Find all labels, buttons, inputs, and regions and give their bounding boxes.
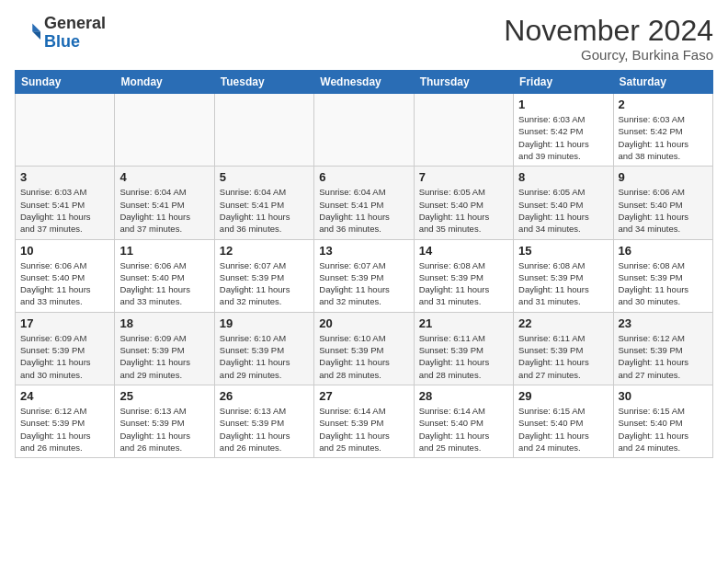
day-number: 4 <box>119 170 209 184</box>
day-number: 3 <box>20 170 109 184</box>
calendar-cell: 16Sunrise: 6:08 AMSunset: 5:39 PMDayligh… <box>613 239 712 312</box>
day-info: Sunrise: 6:13 AMSunset: 5:39 PMDaylight:… <box>220 405 309 454</box>
day-info: Sunrise: 6:08 AMSunset: 5:39 PMDaylight:… <box>518 259 608 308</box>
day-info: Sunrise: 6:03 AMSunset: 5:42 PMDaylight:… <box>619 113 708 162</box>
calendar-cell: 29Sunrise: 6:15 AMSunset: 5:40 PMDayligh… <box>514 385 613 457</box>
day-info: Sunrise: 6:09 AMSunset: 5:39 PMDaylight:… <box>119 332 209 381</box>
day-number: 7 <box>419 170 508 184</box>
day-info: Sunrise: 6:05 AMSunset: 5:40 PMDaylight:… <box>518 186 608 235</box>
day-info: Sunrise: 6:04 AMSunset: 5:41 PMDaylight:… <box>319 186 408 235</box>
calendar-cell: 2Sunrise: 6:03 AMSunset: 5:42 PMDaylight… <box>613 94 712 167</box>
day-number: 10 <box>20 244 109 258</box>
day-number: 20 <box>319 316 408 330</box>
calendar-cell: 13Sunrise: 6:07 AMSunset: 5:39 PMDayligh… <box>314 239 414 312</box>
calendar-week-row: 3Sunrise: 6:03 AMSunset: 5:41 PMDaylight… <box>16 167 713 239</box>
calendar-cell: 26Sunrise: 6:13 AMSunset: 5:39 PMDayligh… <box>214 385 313 457</box>
day-number: 28 <box>419 389 508 403</box>
logo-blue: Blue <box>44 33 106 52</box>
logo: General Blue <box>15 15 106 52</box>
calendar-cell: 20Sunrise: 6:10 AMSunset: 5:39 PMDayligh… <box>314 312 414 385</box>
calendar-cell: 17Sunrise: 6:09 AMSunset: 5:39 PMDayligh… <box>16 312 115 385</box>
day-info: Sunrise: 6:11 AMSunset: 5:39 PMDaylight:… <box>518 332 608 381</box>
day-info: Sunrise: 6:03 AMSunset: 5:42 PMDaylight:… <box>518 113 608 162</box>
calendar-week-row: 17Sunrise: 6:09 AMSunset: 5:39 PMDayligh… <box>16 312 713 385</box>
month-title: November 2024 <box>504 15 713 47</box>
calendar-cell <box>214 94 313 167</box>
day-number: 24 <box>20 389 109 403</box>
day-number: 18 <box>119 316 209 330</box>
day-info: Sunrise: 6:10 AMSunset: 5:39 PMDaylight:… <box>319 332 408 381</box>
day-number: 1 <box>518 98 608 111</box>
day-number: 30 <box>619 389 708 403</box>
day-number: 9 <box>619 170 708 184</box>
calendar-cell: 19Sunrise: 6:10 AMSunset: 5:39 PMDayligh… <box>214 312 313 385</box>
day-info: Sunrise: 6:08 AMSunset: 5:39 PMDaylight:… <box>619 259 708 308</box>
logo-general: General <box>44 15 106 33</box>
calendar-cell: 15Sunrise: 6:08 AMSunset: 5:39 PMDayligh… <box>514 239 613 312</box>
day-info: Sunrise: 6:08 AMSunset: 5:39 PMDaylight:… <box>419 259 508 308</box>
weekday-header: Thursday <box>414 71 513 94</box>
day-number: 26 <box>220 389 309 403</box>
day-number: 5 <box>220 170 309 184</box>
weekday-header: Tuesday <box>214 71 313 94</box>
logo-text: General Blue <box>44 15 106 52</box>
calendar-cell: 24Sunrise: 6:12 AMSunset: 5:39 PMDayligh… <box>16 385 115 457</box>
calendar-cell: 6Sunrise: 6:04 AMSunset: 5:41 PMDaylight… <box>314 167 414 239</box>
calendar-cell <box>414 94 513 167</box>
day-info: Sunrise: 6:03 AMSunset: 5:41 PMDaylight:… <box>20 186 109 235</box>
day-info: Sunrise: 6:12 AMSunset: 5:39 PMDaylight:… <box>20 405 109 454</box>
day-number: 27 <box>319 389 408 403</box>
day-info: Sunrise: 6:11 AMSunset: 5:39 PMDaylight:… <box>419 332 508 381</box>
calendar-cell: 5Sunrise: 6:04 AMSunset: 5:41 PMDaylight… <box>214 167 313 239</box>
weekday-header: Friday <box>514 71 613 94</box>
svg-marker-0 <box>32 23 40 31</box>
day-number: 14 <box>419 244 508 258</box>
calendar-cell: 25Sunrise: 6:13 AMSunset: 5:39 PMDayligh… <box>115 385 214 457</box>
day-info: Sunrise: 6:06 AMSunset: 5:40 PMDaylight:… <box>619 186 708 235</box>
title-block: November 2024 Gourcy, Burkina Faso <box>504 15 713 63</box>
calendar-week-row: 24Sunrise: 6:12 AMSunset: 5:39 PMDayligh… <box>16 385 713 457</box>
header: General Blue November 2024 Gourcy, Burki… <box>15 15 713 63</box>
logo-icon <box>15 20 40 46</box>
day-info: Sunrise: 6:04 AMSunset: 5:41 PMDaylight:… <box>119 186 209 235</box>
day-number: 21 <box>419 316 508 330</box>
calendar-cell: 12Sunrise: 6:07 AMSunset: 5:39 PMDayligh… <box>214 239 313 312</box>
day-number: 2 <box>619 98 708 111</box>
calendar-cell <box>115 94 214 167</box>
day-info: Sunrise: 6:06 AMSunset: 5:40 PMDaylight:… <box>20 259 109 308</box>
day-number: 17 <box>20 316 109 330</box>
calendar-cell: 27Sunrise: 6:14 AMSunset: 5:39 PMDayligh… <box>314 385 414 457</box>
weekday-header-row: SundayMondayTuesdayWednesdayThursdayFrid… <box>16 71 713 94</box>
day-number: 19 <box>220 316 309 330</box>
calendar-cell: 8Sunrise: 6:05 AMSunset: 5:40 PMDaylight… <box>514 167 613 239</box>
calendar: SundayMondayTuesdayWednesdayThursdayFrid… <box>15 70 713 458</box>
day-info: Sunrise: 6:09 AMSunset: 5:39 PMDaylight:… <box>20 332 109 381</box>
day-info: Sunrise: 6:05 AMSunset: 5:40 PMDaylight:… <box>419 186 508 235</box>
calendar-cell: 9Sunrise: 6:06 AMSunset: 5:40 PMDaylight… <box>613 167 712 239</box>
location: Gourcy, Burkina Faso <box>504 47 713 63</box>
calendar-cell: 4Sunrise: 6:04 AMSunset: 5:41 PMDaylight… <box>115 167 214 239</box>
calendar-cell: 7Sunrise: 6:05 AMSunset: 5:40 PMDaylight… <box>414 167 513 239</box>
day-number: 15 <box>518 244 608 258</box>
calendar-cell: 3Sunrise: 6:03 AMSunset: 5:41 PMDaylight… <box>16 167 115 239</box>
day-number: 8 <box>518 170 608 184</box>
calendar-cell: 21Sunrise: 6:11 AMSunset: 5:39 PMDayligh… <box>414 312 513 385</box>
day-number: 11 <box>119 244 209 258</box>
calendar-cell: 18Sunrise: 6:09 AMSunset: 5:39 PMDayligh… <box>115 312 214 385</box>
svg-marker-1 <box>32 31 40 40</box>
calendar-cell: 14Sunrise: 6:08 AMSunset: 5:39 PMDayligh… <box>414 239 513 312</box>
calendar-cell: 28Sunrise: 6:14 AMSunset: 5:40 PMDayligh… <box>414 385 513 457</box>
day-number: 22 <box>518 316 608 330</box>
calendar-cell: 22Sunrise: 6:11 AMSunset: 5:39 PMDayligh… <box>514 312 613 385</box>
day-number: 13 <box>319 244 408 258</box>
day-info: Sunrise: 6:06 AMSunset: 5:40 PMDaylight:… <box>119 259 209 308</box>
day-info: Sunrise: 6:12 AMSunset: 5:39 PMDaylight:… <box>619 332 708 381</box>
day-number: 16 <box>619 244 708 258</box>
weekday-header: Sunday <box>16 71 115 94</box>
day-info: Sunrise: 6:10 AMSunset: 5:39 PMDaylight:… <box>220 332 309 381</box>
calendar-cell: 10Sunrise: 6:06 AMSunset: 5:40 PMDayligh… <box>16 239 115 312</box>
day-number: 12 <box>220 244 309 258</box>
day-number: 6 <box>319 170 408 184</box>
calendar-cell: 11Sunrise: 6:06 AMSunset: 5:40 PMDayligh… <box>115 239 214 312</box>
calendar-cell: 30Sunrise: 6:15 AMSunset: 5:40 PMDayligh… <box>613 385 712 457</box>
